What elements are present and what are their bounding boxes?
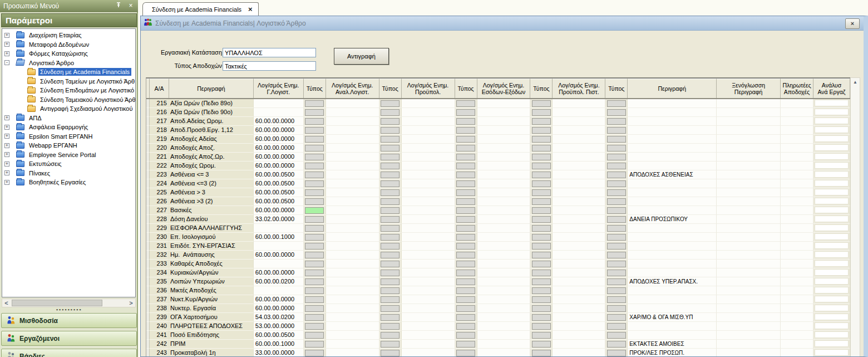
table-row[interactable]: 236Μικτές Αποδοχές	[146, 286, 850, 295]
table-row[interactable]: 237Νυκτ.Κυρ/Αργιών60.00.00.0000	[146, 295, 850, 304]
cell-analysis[interactable]	[813, 170, 850, 179]
type-box[interactable]	[532, 154, 551, 160]
type-box[interactable]	[456, 100, 475, 107]
cell-type[interactable]	[455, 251, 477, 260]
cell-type[interactable]	[530, 162, 553, 170]
type-box[interactable]	[381, 100, 400, 107]
type-box[interactable]	[456, 216, 475, 223]
cell-type[interactable]	[304, 162, 326, 170]
cell-type[interactable]	[304, 322, 326, 331]
table-row[interactable]: 231Επιδότ. ΣΥΝ-ΕΡΓΑΣΙΑΣ	[146, 242, 850, 251]
cell-type[interactable]	[455, 295, 477, 304]
cell-type[interactable]	[530, 108, 553, 117]
type-box[interactable]	[305, 198, 324, 205]
cell-type[interactable]	[455, 233, 477, 242]
type-box[interactable]	[456, 172, 475, 178]
analysis-box[interactable]	[815, 233, 849, 240]
type-box[interactable]	[607, 287, 626, 294]
type-box[interactable]	[381, 278, 400, 285]
analysis-box[interactable]	[815, 162, 849, 169]
cell-type[interactable]	[605, 206, 628, 215]
type-box[interactable]	[607, 109, 626, 116]
cell-analysis[interactable]	[813, 135, 850, 144]
cell-type[interactable]	[455, 322, 477, 331]
cell-type[interactable]	[379, 206, 402, 215]
cell-type[interactable]	[304, 99, 326, 108]
type-box[interactable]	[607, 341, 626, 348]
type-box[interactable]	[607, 100, 626, 107]
cell-type[interactable]	[530, 322, 553, 331]
cell-analysis[interactable]	[813, 197, 850, 206]
analysis-box[interactable]	[815, 118, 849, 124]
cell-analysis[interactable]	[813, 117, 850, 126]
table-row[interactable]: 242ΠΡΙΜ60.00.00.1000ΕΚΤΑΚΤΕΣ ΑΜΟΙΒΕΣ	[146, 340, 850, 349]
cell-type[interactable]	[605, 233, 628, 242]
type-box[interactable]	[305, 243, 324, 250]
cell-type[interactable]	[304, 349, 326, 356]
type-box[interactable]	[381, 172, 400, 178]
type-box[interactable]	[532, 305, 551, 312]
expand-icon[interactable]: +	[4, 42, 9, 47]
type-box[interactable]	[532, 243, 551, 250]
type-box[interactable]	[532, 163, 551, 169]
cell-type[interactable]	[304, 108, 326, 117]
type-box[interactable]	[381, 243, 400, 250]
cell-type[interactable]	[605, 313, 628, 322]
type-box[interactable]	[305, 163, 324, 169]
type-box[interactable]	[305, 314, 324, 321]
cell-type[interactable]	[605, 286, 628, 295]
cell-type[interactable]	[605, 179, 628, 188]
cell-analysis[interactable]	[813, 224, 850, 233]
cell-type[interactable]	[605, 170, 628, 179]
table-row[interactable]: 232Ημ. Ανάπαυσης60.00.00.0000	[146, 251, 850, 260]
table-row[interactable]: 241Ποσό Επιδότησης60.00.00.0500	[146, 331, 850, 340]
cell-type[interactable]	[379, 242, 402, 251]
type-box[interactable]	[305, 323, 324, 330]
cell-type[interactable]	[530, 242, 553, 251]
cell-analysis[interactable]	[813, 251, 850, 260]
type-box[interactable]	[305, 278, 324, 285]
type-box[interactable]	[607, 261, 626, 267]
cell-type[interactable]	[379, 126, 402, 135]
cell-type[interactable]	[304, 331, 326, 340]
type-box[interactable]	[607, 216, 626, 223]
cell-type[interactable]	[379, 340, 402, 349]
type-box[interactable]	[607, 198, 626, 205]
cell-type[interactable]	[605, 153, 628, 162]
type-box[interactable]	[381, 341, 400, 348]
type-box[interactable]	[532, 127, 551, 134]
analysis-box[interactable]	[815, 278, 849, 285]
cell-type[interactable]	[455, 197, 477, 206]
table-row[interactable]: 235Λοιπών Υπερωριών60.00.00.0200ΑΠΟΔΟΧΕΣ…	[146, 277, 850, 286]
analysis-box[interactable]	[815, 180, 849, 187]
type-box[interactable]	[532, 350, 551, 356]
analysis-box[interactable]	[815, 331, 849, 338]
type-box[interactable]	[381, 163, 400, 169]
cell-type[interactable]	[605, 349, 628, 356]
cell-type[interactable]	[530, 197, 553, 206]
cell-type[interactable]	[379, 286, 402, 295]
cell-type[interactable]	[304, 215, 326, 224]
type-box[interactable]	[456, 243, 475, 250]
cell-type[interactable]	[605, 215, 628, 224]
cell-type[interactable]	[379, 268, 402, 277]
cell-analysis[interactable]	[813, 233, 850, 242]
type-box[interactable]	[381, 270, 400, 276]
table-row[interactable]: 220Αποδοχές Αποζ.60.00.00.0000	[146, 144, 850, 153]
table-row[interactable]: 218Αποδ.Προσθ.Εργ. 1,1260.00.00.0000	[146, 126, 850, 135]
table-row[interactable]: 238Νυκτερ. Εργασία60.00.00.0000	[146, 304, 850, 313]
cell-type[interactable]	[455, 99, 477, 108]
tree-item-6[interactable]: Σύνδεση Επιδομάτων με Λογιστικό	[2, 86, 135, 95]
type-box[interactable]	[456, 207, 475, 214]
cell-type[interactable]	[304, 260, 326, 268]
sidebar-button-2[interactable]: Βάρδιες	[1, 349, 137, 357]
cell-analysis[interactable]	[813, 286, 850, 295]
type-box[interactable]	[532, 261, 551, 267]
table-row[interactable]: 240ΠΛΗΡΩΤΕΕΣ ΑΠΟΔΟΧΕΣ53.00.00.0000	[146, 322, 850, 331]
cell-type[interactable]	[530, 188, 553, 197]
cell-type[interactable]	[304, 153, 326, 162]
cell-type[interactable]	[304, 170, 326, 179]
cell-type[interactable]	[605, 188, 628, 197]
expand-icon[interactable]: +	[4, 134, 9, 139]
cell-type[interactable]	[530, 260, 553, 268]
